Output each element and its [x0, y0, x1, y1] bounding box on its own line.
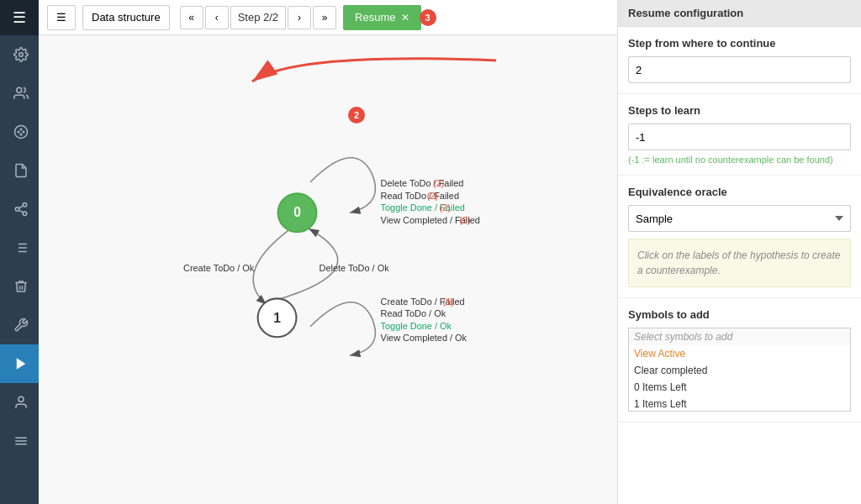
svg-text:View Completed / Ok: View Completed / Ok — [381, 333, 467, 343]
svg-line-10 — [18, 210, 23, 213]
step-label: Step 2/2 — [230, 6, 286, 29]
steps-hint: (-1 := learn until no counterexample can… — [628, 155, 851, 165]
svg-point-4 — [20, 129, 22, 130]
oracle-select[interactable]: Sample — [628, 205, 851, 232]
sidebar-item-play[interactable] — [0, 344, 39, 383]
sidebar-item-gear[interactable] — [0, 35, 39, 74]
symbols-item-1-items[interactable]: 1 Items Left — [629, 396, 850, 412]
svg-text:(1): (1) — [443, 297, 454, 307]
oracle-hint: Click on the labels of the hypothesis to… — [628, 239, 851, 287]
equivalence-oracle-section: Equivalence oracle Sample Click on the l… — [618, 176, 861, 298]
svg-text:(2): (2) — [433, 178, 444, 188]
symbols-item-view-active[interactable]: View Active — [629, 345, 850, 362]
svg-text:0: 0 — [293, 205, 301, 219]
sidebar-item-file[interactable] — [0, 151, 39, 190]
svg-text:(2): (2) — [427, 191, 438, 201]
svg-point-3 — [18, 131, 19, 133]
symbols-item-0-items[interactable]: 0 Items Left — [629, 379, 850, 396]
sidebar-item-trash[interactable] — [0, 267, 39, 306]
svg-text:Create ToDo / Ok: Create ToDo / Ok — [183, 263, 255, 273]
svg-point-8 — [15, 207, 19, 212]
menu-icon: ☰ — [56, 11, 66, 24]
svg-text:Toggle Done / Failed: Toggle Done / Failed — [381, 202, 465, 213]
svg-text:(2): (2) — [439, 202, 450, 213]
svg-point-19 — [18, 396, 24, 402]
breadcrumb-label: Data structure — [92, 11, 161, 24]
top-bar: ☰ Data structure « ‹ Step 2/2 › » Resume… — [39, 0, 617, 35]
steps-to-learn-section: Steps to learn (-1 := learn until no cou… — [618, 94, 861, 176]
svg-text:Delete ToDo / Ok: Delete ToDo / Ok — [320, 263, 390, 273]
step-from-section: Step from where to continue — [618, 27, 861, 94]
canvas-area[interactable]: 2 0 1 Delete ToDo / Failed — [39, 35, 617, 504]
symbols-box[interactable]: Select symbols to add View Active Clear … — [628, 328, 851, 412]
graph-svg: 0 1 Delete ToDo / Failed (2) Read ToDo /… — [39, 35, 617, 504]
equivalence-oracle-label: Equivalence oracle — [628, 186, 851, 198]
symbols-section: Symbols to add Select symbols to add Vie… — [618, 298, 861, 423]
svg-line-11 — [18, 206, 23, 208]
main-area: ☰ Data structure « ‹ Step 2/2 › » Resume… — [39, 0, 617, 504]
svg-text:Delete ToDo / Failed: Delete ToDo / Failed — [381, 178, 464, 188]
resume-label: Resume — [355, 11, 395, 24]
svg-point-5 — [23, 131, 24, 133]
steps-to-learn-input[interactable] — [628, 123, 851, 150]
resume-button[interactable]: Resume ✕ — [343, 5, 420, 30]
sidebar-expand-button[interactable]: ☰ — [0, 0, 39, 35]
step-from-label: Step from where to continue — [628, 37, 851, 50]
symbols-placeholder[interactable]: Select symbols to add — [629, 328, 850, 345]
close-icon[interactable]: ✕ — [401, 12, 409, 24]
svg-text:Read ToDo / Failed: Read ToDo / Failed — [381, 191, 459, 201]
svg-point-1 — [16, 87, 21, 92]
nav-prev-button[interactable]: ‹ — [205, 6, 229, 29]
svg-point-2 — [14, 126, 27, 139]
svg-point-6 — [20, 134, 22, 135]
sidebar-item-share[interactable] — [0, 190, 39, 228]
breadcrumb-button[interactable]: Data structure — [82, 5, 170, 30]
svg-point-0 — [18, 53, 23, 57]
right-panel-title: Resume configuration — [618, 0, 861, 27]
sidebar-item-layers[interactable] — [0, 422, 39, 460]
symbols-item-clear-completed[interactable]: Clear completed — [629, 362, 850, 379]
step-from-input[interactable] — [628, 56, 851, 83]
hamburger-icon: ☰ — [13, 8, 26, 27]
svg-text:Read ToDo / Ok: Read ToDo / Ok — [381, 308, 446, 318]
sidebar-item-list[interactable] — [0, 228, 39, 267]
symbols-label: Symbols to add — [628, 308, 851, 321]
svg-text:(2): (2) — [459, 215, 470, 225]
step-navigation: « ‹ Step 2/2 › » — [180, 6, 336, 29]
steps-to-learn-label: Steps to learn — [628, 104, 851, 117]
svg-marker-18 — [16, 358, 25, 370]
sidebar-item-person[interactable] — [0, 383, 39, 422]
sidebar-item-users[interactable] — [0, 74, 39, 113]
svg-point-9 — [23, 212, 27, 216]
svg-text:Toggle Done / Ok: Toggle Done / Ok — [381, 321, 452, 331]
right-panel: Resume configuration Step from where to … — [617, 0, 861, 504]
sidebar-item-wrench[interactable] — [0, 306, 39, 344]
annotation-circle-3: 3 — [420, 9, 436, 26]
sidebar-item-palette[interactable] — [0, 113, 39, 151]
svg-point-7 — [23, 203, 27, 207]
nav-next-button[interactable]: › — [288, 6, 311, 29]
menu-button[interactable]: ☰ — [47, 5, 76, 30]
nav-first-button[interactable]: « — [180, 6, 203, 29]
sidebar: ☰ — [0, 0, 39, 504]
nav-last-button[interactable]: » — [313, 6, 336, 29]
svg-text:1: 1 — [273, 311, 281, 325]
